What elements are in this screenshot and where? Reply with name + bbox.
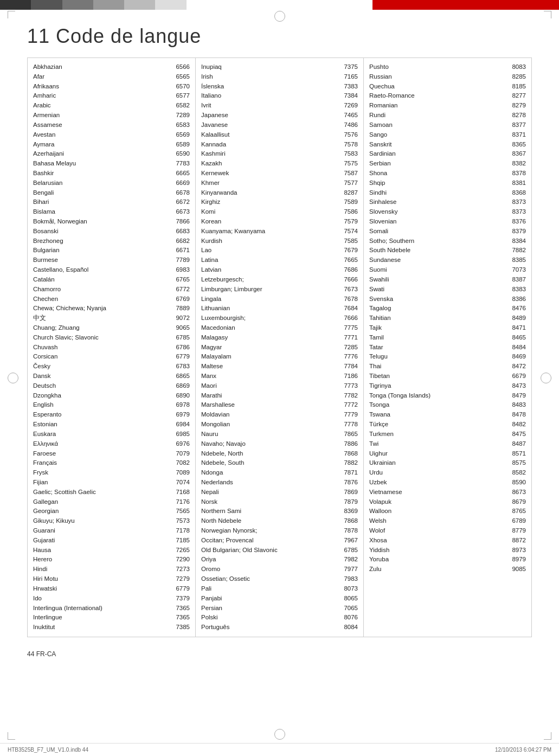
language-name: Bengali [33,188,176,198]
language-code: 6669 [176,178,190,188]
list-item: Sindhi8368 [369,188,526,198]
language-name: Sindhi [369,188,512,198]
list-item: Aymara6589 [33,140,190,150]
language-name: Latina [201,255,344,265]
list-item: Tatar8484 [369,343,526,353]
language-code: 7178 [176,526,190,536]
list-item: Yoruba8979 [369,555,526,565]
list-item: Panjabi8065 [201,594,358,604]
language-code: 7789 [176,255,190,265]
list-item: Bashkir6665 [33,169,190,178]
language-name: Letzeburgesch; [201,275,344,285]
language-name: Navaho; Navajo [201,439,344,449]
list-item: Urdu8582 [369,468,526,478]
list-item: Rundi8278 [369,111,526,120]
language-code: 8571 [512,449,526,459]
list-item: Dzongkha6890 [33,391,190,401]
list-item: Xhosa8872 [369,536,526,546]
list-item: Persian7065 [201,604,358,613]
language-code: 7089 [176,468,190,478]
language-name: Urdu [369,468,512,478]
language-code: 8373 [512,207,526,217]
language-name: Kernewek [201,169,344,178]
list-item: Pali8073 [201,584,358,594]
language-code: 8476 [512,304,526,313]
list-item: Italiano7384 [201,91,358,101]
page-title: 11 Code de langue [27,25,532,48]
language-code: 8872 [512,536,526,546]
language-code: 7574 [344,227,358,236]
list-item: Khmer7577 [201,178,358,188]
language-name: Maori [201,381,344,391]
center-mark-right [541,373,551,383]
language-code: 7673 [344,285,358,294]
list-item: Kashmiri7583 [201,149,358,159]
list-item: English6978 [33,400,190,410]
language-name: Sardinian [369,149,512,159]
language-name: Inupiaq [201,62,344,72]
language-name: Français [33,458,176,468]
list-item: Latvian7686 [201,265,358,275]
language-code: 7589 [344,197,358,207]
list-item: Deutsch6869 [33,381,190,391]
language-code: 7775 [344,323,358,333]
language-code: 8487 [512,439,526,449]
language-name: Norsk [201,497,344,507]
language-name: Ivrit [201,101,344,111]
language-code: 7583 [344,149,358,159]
list-item: Inupiaq7375 [201,62,358,72]
list-item: Lithuanian7684 [201,304,358,313]
language-code: 7290 [176,555,190,565]
language-name: Chuvash [33,343,176,353]
language-name: South Ndebele [369,246,512,255]
language-code: 7868 [344,516,358,526]
language-name: Dzongkha [33,391,176,401]
list-item: Norsk7879 [201,497,358,507]
language-name: Tamil [369,333,512,343]
language-code: 7168 [176,488,190,497]
list-item: Chamorro6772 [33,285,190,294]
center-mark-left [8,373,18,383]
list-item: Brezhoneg6682 [33,236,190,246]
list-item: Hausa7265 [33,546,190,555]
list-item: Navaho; Navajo7886 [201,439,358,449]
language-code: 6671 [176,246,190,255]
language-name: Occitan; Provencal [201,536,344,546]
language-name: Nepali [201,488,344,497]
language-name: Assamese [33,120,176,130]
language-code: 8382 [512,159,526,169]
language-code: 7365 [176,604,190,613]
list-item: Ndonga7871 [201,468,358,478]
list-item: Uzbek8590 [369,478,526,488]
language-name: Tsonga [369,400,512,410]
language-name: Old Bulgarian; Old Slavonic [201,546,344,555]
top-decorative-bar [0,0,559,10]
language-name: Wolof [369,526,512,536]
language-code: 7886 [344,439,358,449]
language-code: 9072 [176,313,190,323]
language-code: 8479 [512,391,526,401]
language-code: 8473 [512,381,526,391]
language-name: Shqip [369,178,512,188]
language-name: Chewa; Chichewa; Nyanja [33,304,176,313]
language-code: 8378 [512,169,526,178]
language-name: Magyar [201,343,344,353]
language-name: Herero [33,555,176,565]
language-code: 7665 [344,255,358,265]
list-item: Hrwatski6779 [33,584,190,594]
language-code: 6785 [176,333,190,343]
list-item: Nauru7865 [201,430,358,439]
list-item: Oriya7982 [201,555,358,565]
bottom-right-label: 12/10/2013 6:04:27 PM [495,747,551,753]
list-item: Georgian7565 [33,507,190,516]
list-item: Tonga (Tonga Islands)8479 [369,391,526,401]
language-name: Tatar [369,343,512,353]
list-item: Irish7165 [201,72,358,82]
language-name: Manx [201,371,344,381]
language-code: 6769 [176,294,190,304]
bottom-bar: HTB3525B_F7_UM_V1.0.indb 44 12/10/2013 6… [0,743,559,756]
language-code: 7383 [344,82,358,92]
language-code: 6978 [176,400,190,410]
bottom-left-label: HTB3525B_F7_UM_V1.0.indb 44 [8,747,88,753]
list-item: Sinhalese8373 [369,197,526,207]
